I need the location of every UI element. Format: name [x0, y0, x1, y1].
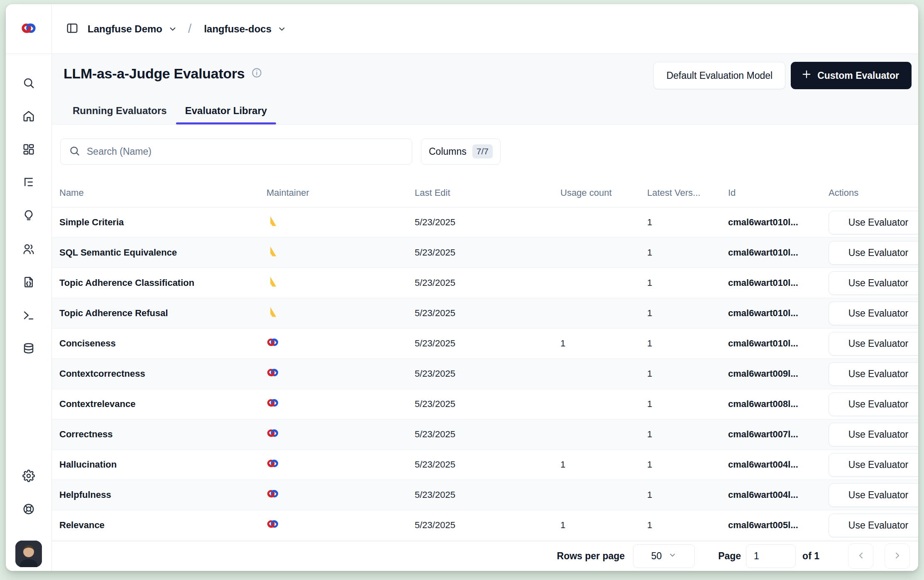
- maintainer-cell: [266, 427, 415, 442]
- previous-page-button[interactable]: [848, 543, 873, 569]
- project-selector[interactable]: langfuse-docs: [200, 23, 275, 35]
- org-selector[interactable]: Langfuse Demo: [84, 23, 166, 35]
- sidebar-toggle-button[interactable]: [63, 19, 82, 39]
- table-row: Simple Criteria5/23/20251cmal6wart010l..…: [52, 207, 918, 238]
- breadcrumb: Langfuse Demo / langfuse-docs: [52, 4, 918, 54]
- custom-evaluator-button[interactable]: Custom Evaluator: [791, 62, 912, 89]
- evaluator-name: SQL Semantic Equivalence: [59, 247, 266, 258]
- column-header: Maintainer: [266, 188, 415, 198]
- use-evaluator-button[interactable]: Use Evaluator: [829, 241, 918, 265]
- sidebar-item-home[interactable]: [19, 107, 38, 126]
- column-header: Last Edit: [415, 188, 560, 198]
- sidebar-item-users[interactable]: [19, 240, 38, 259]
- evaluator-name: Correctness: [59, 429, 266, 440]
- use-evaluator-button[interactable]: Use Evaluator: [829, 302, 918, 325]
- last-edit-cell: 5/23/2025: [415, 459, 560, 470]
- use-evaluator-button[interactable]: Use Evaluator: [829, 392, 918, 416]
- use-evaluator-button[interactable]: Use Evaluator: [829, 453, 918, 477]
- usage-count-cell: 1: [560, 520, 647, 531]
- next-page-button[interactable]: [885, 543, 910, 569]
- list-tree-icon: [22, 176, 35, 190]
- use-evaluator-button[interactable]: Use Evaluator: [829, 362, 918, 386]
- sidebar-item-search[interactable]: [19, 74, 38, 93]
- sidebar-item-datasets[interactable]: [19, 339, 38, 358]
- maintainer-cell: [266, 487, 415, 502]
- info-icon[interactable]: [251, 67, 262, 80]
- column-header: Actions: [829, 188, 918, 198]
- chevron-down-icon[interactable]: [168, 24, 177, 34]
- sidebar: [6, 54, 52, 571]
- last-edit-cell: 5/23/2025: [415, 368, 560, 379]
- use-evaluator-button[interactable]: Use Evaluator: [829, 211, 918, 234]
- use-evaluator-button[interactable]: Use Evaluator: [829, 483, 918, 507]
- search-input[interactable]: [87, 146, 403, 157]
- sidebar-item-prompts[interactable]: [19, 207, 38, 226]
- default-evaluation-model-button[interactable]: Default Evaluation Model: [653, 62, 785, 89]
- chevron-down-icon: [668, 551, 677, 562]
- top-bar: Langfuse Demo / langfuse-docs: [6, 4, 918, 54]
- page-number-input[interactable]: [746, 544, 796, 568]
- latest-version-cell: 1: [647, 247, 728, 258]
- actions-cell: Use Evaluator: [829, 483, 918, 507]
- layout-dashboard-icon: [22, 143, 35, 157]
- user-avatar[interactable]: [15, 541, 42, 567]
- life-buoy-icon: [22, 503, 35, 517]
- evaluator-id: cmal6wart008l...: [728, 399, 829, 409]
- use-evaluator-button[interactable]: Use Evaluator: [829, 423, 918, 446]
- sidebar-item-playground[interactable]: [19, 306, 38, 325]
- table-header-row: NameMaintainerLast EditUsage countLatest…: [52, 178, 918, 207]
- last-edit-cell: 5/23/2025: [415, 520, 560, 531]
- ragas-maintainer-icon: [266, 279, 278, 290]
- actions-cell: Use Evaluator: [829, 392, 918, 416]
- ragas-maintainer-icon: [266, 219, 278, 229]
- latest-version-cell: 1: [647, 278, 728, 288]
- chevron-down-icon[interactable]: [277, 24, 286, 34]
- actions-cell: Use Evaluator: [829, 241, 918, 265]
- evaluator-name: Hallucination: [59, 459, 266, 470]
- page-header: LLM-as-a-Judge Evaluators Default Evalua…: [52, 54, 918, 124]
- actions-cell: Use Evaluator: [829, 332, 918, 356]
- evaluator-id: cmal6wart004l...: [728, 490, 829, 500]
- ragas-maintainer-icon: [266, 249, 278, 259]
- tab-evaluator-library[interactable]: Evaluator Library: [176, 105, 276, 124]
- sidebar-item-support[interactable]: [19, 500, 38, 519]
- chevron-left-icon: [856, 551, 866, 562]
- evaluator-name: Simple Criteria: [59, 217, 266, 228]
- sidebar-item-dashboards[interactable]: [19, 140, 38, 159]
- latest-version-cell: 1: [647, 368, 728, 379]
- latest-version-cell: 1: [647, 459, 728, 470]
- rows-per-page-label: Rows per page: [557, 551, 625, 562]
- evaluator-id: cmal6wart010l...: [728, 278, 829, 288]
- rows-per-page-select[interactable]: 50: [633, 544, 695, 568]
- use-evaluator-button[interactable]: Use Evaluator: [829, 514, 918, 537]
- page-label: Page: [718, 551, 741, 562]
- langfuse-maintainer-icon: [266, 431, 279, 441]
- use-evaluator-button[interactable]: Use Evaluator: [829, 332, 918, 356]
- latest-version-cell: 1: [647, 338, 728, 349]
- maintainer-cell: [266, 276, 415, 290]
- evaluator-name: Contextcorrectness: [59, 368, 266, 379]
- table-row: Conciseness5/23/202511cmal6wart010l...Us…: [52, 329, 918, 359]
- table-row: Topic Adherence Classification5/23/20251…: [52, 268, 918, 298]
- evaluator-id: cmal6wart009l...: [728, 368, 829, 379]
- tab-running-evaluators[interactable]: Running Evaluators: [64, 105, 176, 124]
- maintainer-cell: [266, 215, 415, 229]
- search-box: [60, 139, 412, 165]
- evaluator-name: Conciseness: [59, 338, 266, 349]
- actions-cell: Use Evaluator: [829, 362, 918, 386]
- sidebar-item-evaluation[interactable]: [19, 273, 38, 292]
- columns-button[interactable]: Columns 7/7: [421, 139, 501, 165]
- last-edit-cell: 5/23/2025: [415, 338, 560, 349]
- plus-icon: [801, 68, 812, 83]
- sidebar-item-settings[interactable]: [19, 467, 38, 486]
- last-edit-cell: 5/23/2025: [415, 429, 560, 440]
- use-evaluator-button[interactable]: Use Evaluator: [829, 271, 918, 295]
- brand-cell: [6, 4, 52, 54]
- last-edit-cell: 5/23/2025: [415, 399, 560, 409]
- table-row: Contextrelevance5/23/20251cmal6wart008l.…: [52, 389, 918, 419]
- actions-cell: Use Evaluator: [829, 514, 918, 537]
- evaluator-name: Relevance: [59, 520, 266, 531]
- sidebar-item-tracing[interactable]: [19, 173, 38, 193]
- latest-version-cell: 1: [647, 308, 728, 319]
- actions-cell: Use Evaluator: [829, 453, 918, 477]
